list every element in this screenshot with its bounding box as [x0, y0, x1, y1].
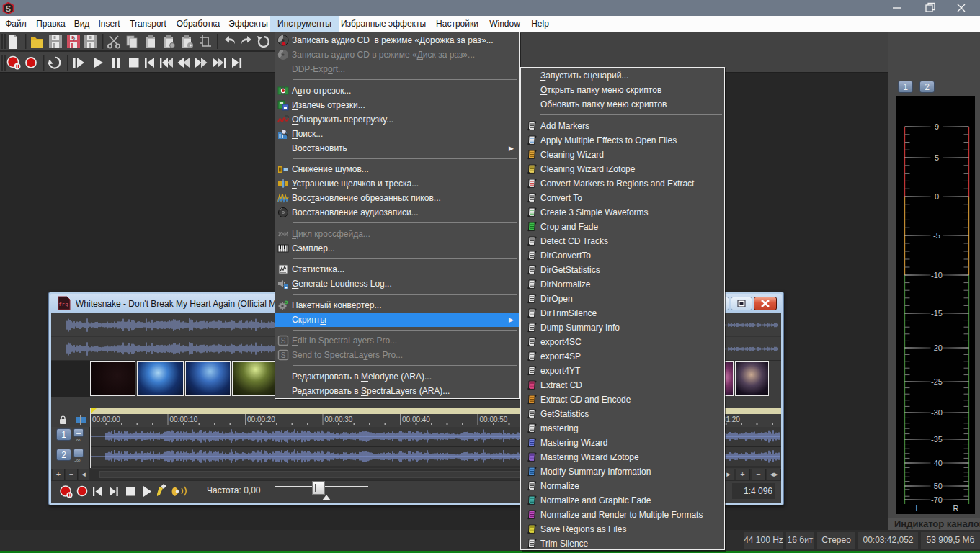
svg-text:S: S [281, 337, 286, 345]
svg-text:S: S [281, 351, 286, 359]
svg-text:-15: -15 [931, 309, 943, 318]
svg-text:-30: -30 [931, 408, 943, 417]
svg-text:-20: -20 [931, 343, 943, 352]
svg-text:00:00:20: 00:00:20 [247, 415, 275, 423]
svg-text:-50: -50 [931, 482, 943, 490]
svg-text:00:00:10: 00:00:10 [170, 415, 198, 423]
svg-text:00:00:30: 00:00:30 [325, 415, 353, 423]
svg-text:00:00:00: 00:00:00 [92, 415, 120, 423]
svg-text:?: ? [72, 36, 76, 42]
svg-text:00:00:50: 00:00:50 [480, 415, 508, 423]
svg-text:00:00:40: 00:00:40 [402, 415, 430, 423]
svg-text:L: L [915, 504, 919, 513]
svg-text:-40: -40 [931, 459, 943, 467]
svg-text:-5: -5 [933, 231, 940, 240]
svg-text:-35: -35 [931, 435, 943, 444]
svg-text:-70: -70 [931, 495, 943, 504]
svg-text:9: 9 [935, 122, 939, 131]
svg-text:frg: frg [58, 302, 68, 307]
svg-text:-25: -25 [931, 377, 943, 386]
svg-text:R: R [953, 504, 959, 513]
svg-text:5: 5 [935, 153, 939, 162]
svg-text:-10: -10 [931, 271, 943, 279]
svg-text:0: 0 [935, 192, 939, 201]
